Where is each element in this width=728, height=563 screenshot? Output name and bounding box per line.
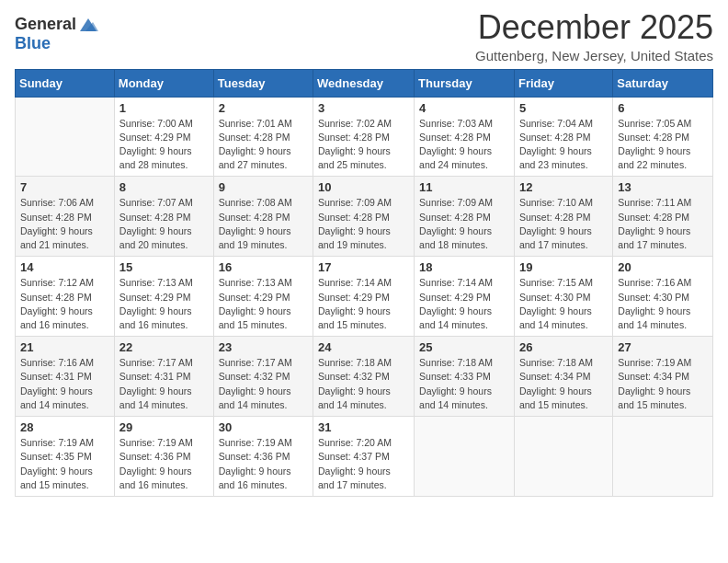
calendar-day-cell: 15Sunrise: 7:13 AMSunset: 4:29 PMDayligh… — [114, 257, 213, 337]
day-info: Sunrise: 7:16 AMSunset: 4:30 PMDaylight:… — [618, 276, 708, 332]
day-number: 23 — [219, 340, 308, 354]
calendar-day-cell: 25Sunrise: 7:18 AMSunset: 4:33 PMDayligh… — [415, 337, 515, 417]
calendar-day-cell: 13Sunrise: 7:11 AMSunset: 4:28 PMDayligh… — [613, 177, 713, 257]
calendar-week-row: 1Sunrise: 7:00 AMSunset: 4:29 PMDaylight… — [16, 97, 713, 177]
day-number: 1 — [119, 101, 209, 115]
day-info: Sunrise: 7:00 AMSunset: 4:29 PMDaylight:… — [119, 117, 209, 173]
day-number: 14 — [20, 260, 109, 274]
calendar-day-cell: 1Sunrise: 7:00 AMSunset: 4:29 PMDaylight… — [114, 97, 213, 177]
day-number: 28 — [20, 420, 109, 434]
day-info: Sunrise: 7:18 AMSunset: 4:34 PMDaylight:… — [519, 356, 608, 412]
calendar-day-cell: 31Sunrise: 7:20 AMSunset: 4:37 PMDayligh… — [313, 417, 415, 497]
calendar-day-cell: 17Sunrise: 7:14 AMSunset: 4:29 PMDayligh… — [313, 257, 415, 337]
calendar-day-cell: 8Sunrise: 7:07 AMSunset: 4:28 PMDaylight… — [114, 177, 213, 257]
day-info: Sunrise: 7:17 AMSunset: 4:32 PMDaylight:… — [219, 356, 308, 412]
day-number: 6 — [618, 101, 708, 115]
day-number: 16 — [219, 260, 308, 274]
day-number: 8 — [119, 180, 209, 194]
calendar-day-cell: 2Sunrise: 7:01 AMSunset: 4:28 PMDaylight… — [213, 97, 313, 177]
day-number: 4 — [419, 101, 509, 115]
calendar-day-cell — [514, 417, 612, 497]
calendar-day-header: Friday — [514, 69, 612, 97]
logo-general: General — [15, 16, 76, 34]
calendar-day-header: Monday — [114, 69, 213, 97]
day-info: Sunrise: 7:13 AMSunset: 4:29 PMDaylight:… — [219, 276, 308, 332]
day-number: 21 — [20, 340, 109, 354]
day-info: Sunrise: 7:06 AMSunset: 4:28 PMDaylight:… — [20, 196, 109, 252]
calendar-day-cell: 19Sunrise: 7:15 AMSunset: 4:30 PMDayligh… — [514, 257, 612, 337]
logo-blue: Blue — [15, 34, 51, 52]
day-number: 18 — [419, 260, 509, 274]
day-info: Sunrise: 7:05 AMSunset: 4:28 PMDaylight:… — [618, 117, 708, 173]
header: General Blue December 2025 Guttenberg, N… — [15, 9, 713, 63]
calendar-day-header: Saturday — [613, 69, 713, 97]
calendar-day-cell: 10Sunrise: 7:09 AMSunset: 4:28 PMDayligh… — [313, 177, 415, 257]
day-info: Sunrise: 7:15 AMSunset: 4:30 PMDaylight:… — [519, 276, 608, 332]
calendar-day-cell: 7Sunrise: 7:06 AMSunset: 4:28 PMDaylight… — [16, 177, 115, 257]
day-info: Sunrise: 7:20 AMSunset: 4:37 PMDaylight:… — [318, 436, 409, 492]
day-info: Sunrise: 7:19 AMSunset: 4:36 PMDaylight:… — [119, 436, 209, 492]
month-title: December 2025 — [475, 9, 713, 46]
calendar-day-cell — [16, 97, 115, 177]
day-info: Sunrise: 7:14 AMSunset: 4:29 PMDaylight:… — [318, 276, 409, 332]
calendar-day-cell: 14Sunrise: 7:12 AMSunset: 4:28 PMDayligh… — [16, 257, 115, 337]
page-container: General Blue December 2025 Guttenberg, N… — [0, 0, 728, 511]
day-info: Sunrise: 7:08 AMSunset: 4:28 PMDaylight:… — [219, 196, 308, 252]
day-info: Sunrise: 7:19 AMSunset: 4:36 PMDaylight:… — [219, 436, 308, 492]
day-info: Sunrise: 7:19 AMSunset: 4:34 PMDaylight:… — [618, 356, 708, 412]
calendar-day-cell: 20Sunrise: 7:16 AMSunset: 4:30 PMDayligh… — [613, 257, 713, 337]
day-info: Sunrise: 7:16 AMSunset: 4:31 PMDaylight:… — [20, 356, 109, 412]
day-info: Sunrise: 7:04 AMSunset: 4:28 PMDaylight:… — [519, 117, 608, 173]
day-info: Sunrise: 7:10 AMSunset: 4:28 PMDaylight:… — [519, 196, 608, 252]
day-number: 12 — [519, 180, 608, 194]
day-number: 17 — [318, 260, 409, 274]
calendar-day-cell: 26Sunrise: 7:18 AMSunset: 4:34 PMDayligh… — [514, 337, 612, 417]
day-number: 3 — [318, 101, 409, 115]
calendar-day-cell: 4Sunrise: 7:03 AMSunset: 4:28 PMDaylight… — [415, 97, 515, 177]
calendar-day-cell: 18Sunrise: 7:14 AMSunset: 4:29 PMDayligh… — [415, 257, 515, 337]
calendar-day-cell: 9Sunrise: 7:08 AMSunset: 4:28 PMDaylight… — [213, 177, 313, 257]
calendar-day-cell: 27Sunrise: 7:19 AMSunset: 4:34 PMDayligh… — [613, 337, 713, 417]
day-info: Sunrise: 7:09 AMSunset: 4:28 PMDaylight:… — [419, 196, 509, 252]
day-info: Sunrise: 7:12 AMSunset: 4:28 PMDaylight:… — [20, 276, 109, 332]
day-number: 19 — [519, 260, 608, 274]
day-number: 10 — [318, 180, 409, 194]
calendar-day-cell: 23Sunrise: 7:17 AMSunset: 4:32 PMDayligh… — [213, 337, 313, 417]
calendar-day-cell: 30Sunrise: 7:19 AMSunset: 4:36 PMDayligh… — [213, 417, 313, 497]
calendar-day-header: Tuesday — [213, 69, 313, 97]
calendar-day-cell — [613, 417, 713, 497]
calendar-day-header: Thursday — [415, 69, 515, 97]
day-number: 22 — [119, 340, 209, 354]
day-number: 9 — [219, 180, 308, 194]
calendar-day-cell: 5Sunrise: 7:04 AMSunset: 4:28 PMDaylight… — [514, 97, 612, 177]
day-number: 15 — [119, 260, 209, 274]
calendar-day-cell: 3Sunrise: 7:02 AMSunset: 4:28 PMDaylight… — [313, 97, 415, 177]
day-number: 26 — [519, 340, 608, 354]
day-number: 20 — [618, 260, 708, 274]
day-info: Sunrise: 7:18 AMSunset: 4:33 PMDaylight:… — [419, 356, 509, 412]
day-number: 5 — [519, 101, 608, 115]
day-number: 25 — [419, 340, 509, 354]
calendar-week-row: 21Sunrise: 7:16 AMSunset: 4:31 PMDayligh… — [16, 337, 713, 417]
calendar-header-row: SundayMondayTuesdayWednesdayThursdayFrid… — [16, 69, 713, 97]
day-info: Sunrise: 7:19 AMSunset: 4:35 PMDaylight:… — [20, 436, 109, 492]
day-info: Sunrise: 7:01 AMSunset: 4:28 PMDaylight:… — [219, 117, 308, 173]
calendar-day-cell: 28Sunrise: 7:19 AMSunset: 4:35 PMDayligh… — [16, 417, 115, 497]
calendar-day-cell: 16Sunrise: 7:13 AMSunset: 4:29 PMDayligh… — [213, 257, 313, 337]
day-info: Sunrise: 7:14 AMSunset: 4:29 PMDaylight:… — [419, 276, 509, 332]
day-info: Sunrise: 7:03 AMSunset: 4:28 PMDaylight:… — [419, 117, 509, 173]
calendar-day-cell: 11Sunrise: 7:09 AMSunset: 4:28 PMDayligh… — [415, 177, 515, 257]
logo: General Blue — [15, 15, 98, 53]
day-number: 27 — [618, 340, 708, 354]
calendar-day-cell: 21Sunrise: 7:16 AMSunset: 4:31 PMDayligh… — [16, 337, 115, 417]
day-info: Sunrise: 7:18 AMSunset: 4:32 PMDaylight:… — [318, 356, 409, 412]
calendar-day-cell: 29Sunrise: 7:19 AMSunset: 4:36 PMDayligh… — [114, 417, 213, 497]
calendar-day-header: Sunday — [16, 69, 115, 97]
calendar-day-cell: 24Sunrise: 7:18 AMSunset: 4:32 PMDayligh… — [313, 337, 415, 417]
calendar-day-cell: 12Sunrise: 7:10 AMSunset: 4:28 PMDayligh… — [514, 177, 612, 257]
calendar-week-row: 7Sunrise: 7:06 AMSunset: 4:28 PMDaylight… — [16, 177, 713, 257]
calendar-day-header: Wednesday — [313, 69, 415, 97]
calendar-week-row: 28Sunrise: 7:19 AMSunset: 4:35 PMDayligh… — [16, 417, 713, 497]
day-info: Sunrise: 7:07 AMSunset: 4:28 PMDaylight:… — [119, 196, 209, 252]
day-number: 11 — [419, 180, 509, 194]
